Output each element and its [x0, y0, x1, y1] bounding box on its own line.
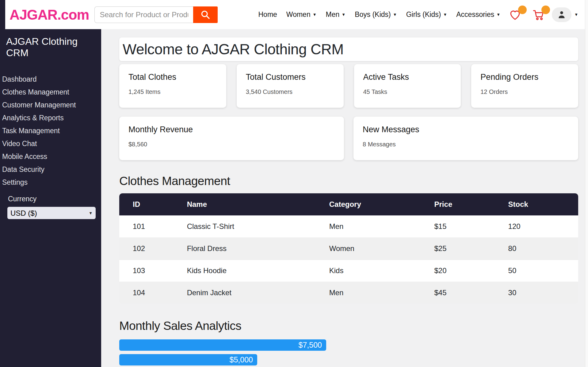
- sidebar: AJGAR Clothing CRM Dashboard Clothes Man…: [0, 29, 101, 367]
- table-row: 103 Kids Hoodie Kids $20 50: [119, 260, 578, 282]
- currency-select[interactable]: USD ($): [7, 207, 96, 219]
- sidebar-item-dashboard[interactable]: Dashboard: [0, 73, 101, 86]
- stat-card-pending-orders: Pending Orders 12 Orders: [471, 64, 578, 108]
- table-header-row: ID Name Category Price Stock: [119, 193, 578, 215]
- stat-card-active-tasks: Active Tasks 45 Tasks: [354, 64, 461, 108]
- sidebar-menu: Dashboard Clothes Management Customer Ma…: [0, 73, 101, 189]
- col-header-category: Category: [316, 193, 421, 215]
- brand-logo[interactable]: AJGAR.com: [10, 6, 89, 23]
- stats-row: Total Clothes 1,245 Items Total Customer…: [119, 64, 578, 108]
- currency-block: Currency USD ($) ▼: [0, 195, 101, 219]
- sidebar-item-data-security[interactable]: Data Security: [0, 163, 101, 176]
- chevron-down-icon: ▼: [393, 13, 397, 17]
- top-navbar: AJGAR.com Home Women▼ Men▼ Boys (Kids)▼ …: [5, 0, 585, 29]
- sidebar-item-settings[interactable]: Settings: [0, 176, 101, 189]
- sidebar-item-clothes-management[interactable]: Clothes Management: [0, 86, 101, 99]
- chevron-down-icon[interactable]: ▼: [574, 13, 578, 17]
- nav-item-accessories[interactable]: Accessories▼: [456, 10, 500, 19]
- nav-item-men[interactable]: Men▼: [326, 10, 346, 19]
- nav-item-women[interactable]: Women▼: [286, 10, 317, 19]
- cart-button[interactable]: [532, 9, 545, 21]
- page-scrollbar[interactable]: [585, 0, 588, 367]
- search-input[interactable]: [94, 6, 193, 23]
- chevron-down-icon: ▼: [496, 13, 500, 17]
- table-row: 104 Denim Jacket Men $45 30: [119, 282, 578, 304]
- nav-item-home[interactable]: Home: [258, 10, 277, 19]
- search-button[interactable]: [193, 6, 218, 23]
- sales-bar: $5,000: [119, 354, 257, 365]
- welcome-banner: Welcome to AJGAR Clothing CRM: [119, 37, 578, 61]
- main-nav: Home Women▼ Men▼ Boys (Kids)▼ Girls (Kid…: [258, 10, 501, 19]
- col-header-stock: Stock: [495, 193, 578, 215]
- chevron-down-icon: ▼: [342, 13, 346, 17]
- stat-card-total-clothes: Total Clothes 1,245 Items: [119, 64, 226, 108]
- col-header-price: Price: [421, 193, 495, 215]
- sidebar-title: AJGAR Clothing CRM: [0, 36, 101, 59]
- search-icon: [200, 10, 211, 20]
- search-group: [94, 6, 218, 23]
- user-menu-button[interactable]: [552, 7, 571, 22]
- main-content: Welcome to AJGAR Clothing CRM Total Clot…: [101, 29, 585, 367]
- cart-badge: [541, 6, 550, 14]
- stat-card-total-customers: Total Customers 3,540 Customers: [237, 64, 344, 108]
- analytics-section-heading: Monthly Sales Analytics: [119, 319, 578, 333]
- sidebar-item-customer-management[interactable]: Customer Management: [0, 99, 101, 111]
- sidebar-item-task-management[interactable]: Task Management: [0, 124, 101, 137]
- table-row: 102 Floral Dress Women $25 80: [119, 238, 578, 260]
- sidebar-item-mobile-access[interactable]: Mobile Access: [0, 150, 101, 163]
- nav-item-girls-kids[interactable]: Girls (Kids)▼: [406, 10, 447, 19]
- nav-item-boys-kids[interactable]: Boys (Kids)▼: [355, 10, 397, 19]
- table-row: 101 Classic T-Shirt Men $15 120: [119, 215, 578, 238]
- sidebar-item-video-chat[interactable]: Video Chat: [0, 137, 101, 150]
- user-icon: [557, 10, 567, 20]
- clothes-section-heading: Clothes Management: [119, 174, 578, 188]
- clothes-table: ID Name Category Price Stock 101 Classic…: [119, 193, 578, 304]
- stats-row-2: Monthly Revenue $8,560 New Messages 8 Me…: [119, 117, 578, 160]
- chevron-down-icon: ▼: [443, 13, 447, 17]
- stat-card-new-messages: New Messages 8 Messages: [353, 117, 578, 160]
- sidebar-item-analytics-reports[interactable]: Analytics & Reports: [0, 111, 101, 124]
- col-header-name: Name: [174, 193, 316, 215]
- page-title: Welcome to AJGAR Clothing CRM: [123, 41, 344, 58]
- stat-card-monthly-revenue: Monthly Revenue $8,560: [119, 117, 344, 160]
- chevron-down-icon: ▼: [313, 13, 317, 17]
- sales-bar-chart: $7,500 $5,000: [119, 339, 578, 365]
- wishlist-button[interactable]: [508, 9, 522, 21]
- wishlist-badge: [518, 6, 527, 14]
- sales-bar: $7,500: [119, 339, 326, 351]
- col-header-id: ID: [119, 193, 174, 215]
- currency-label: Currency: [7, 195, 101, 203]
